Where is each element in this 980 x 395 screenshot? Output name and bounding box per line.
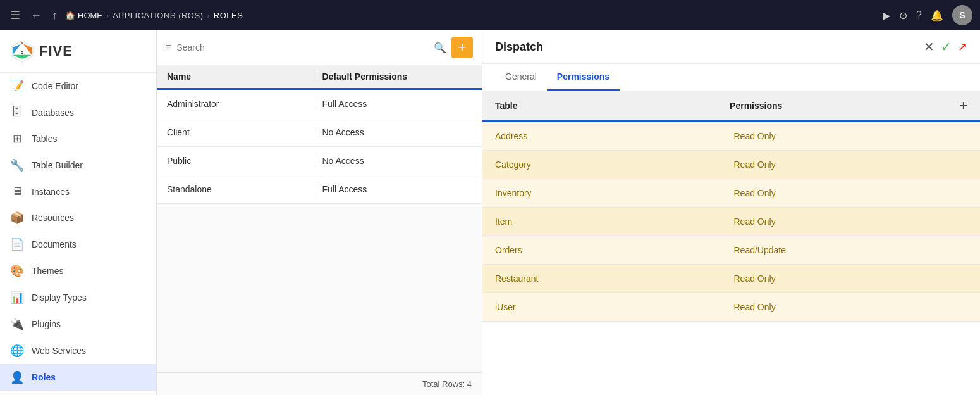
- perm-col-perm-header: Permissions: [725, 101, 959, 111]
- list-col-permissions: Default Permissions: [317, 72, 472, 82]
- sidebar-item-icon-resources: 📦: [10, 211, 24, 225]
- list-col-name: Name: [167, 72, 317, 82]
- detail-title: Dispatch: [495, 41, 543, 54]
- list-row[interactable]: Public No Access: [157, 147, 482, 175]
- perm-table-name: iUser: [495, 302, 729, 312]
- sidebar-item-instances[interactable]: 🖥 Instances: [0, 179, 156, 204]
- main-content: ≡ 🔍 + Name Default Permissions Administr…: [157, 30, 980, 395]
- row-name: Administrator: [167, 99, 317, 109]
- perm-col-table-header: Table: [495, 101, 725, 111]
- breadcrumb-chevron-1: ›: [106, 11, 109, 20]
- sidebar-item-icon-display-types: 📊: [10, 291, 24, 304]
- sidebar-item-label-plugins: Plugins: [32, 319, 61, 329]
- detail-panel: Dispatch ✕ ✓ ↗ General Permissions Table…: [482, 30, 980, 395]
- sidebar-item-databases[interactable]: 🗄 Databases: [0, 99, 156, 125]
- perm-row[interactable]: Orders Read/Update: [482, 236, 980, 265]
- perm-permission-value: Read Only: [729, 302, 968, 312]
- perm-row[interactable]: Item Read Only: [482, 208, 980, 236]
- perm-row[interactable]: Category Read Only: [482, 151, 980, 179]
- sidebar-item-label-resources: Resources: [32, 213, 74, 223]
- row-default-permissions: No Access: [317, 156, 472, 166]
- sidebar-item-icon-code-editor: 📝: [10, 79, 24, 93]
- arrow-icon: ↗: [958, 40, 967, 54]
- sidebar-item-icon-databases: 🗄: [10, 106, 24, 119]
- help-icon[interactable]: ?: [916, 9, 922, 21]
- perm-row[interactable]: Address Read Only: [482, 122, 980, 151]
- breadcrumb-applications[interactable]: APPLICATIONS (ROS): [113, 11, 203, 20]
- save-button[interactable]: ✓: [941, 39, 952, 54]
- perm-row[interactable]: Restaurant Read Only: [482, 265, 980, 293]
- list-panel: ≡ 🔍 + Name Default Permissions Administr…: [157, 30, 482, 395]
- perm-table-name: Orders: [495, 245, 729, 255]
- search-input[interactable]: [176, 42, 429, 53]
- tab-general[interactable]: General: [495, 64, 547, 91]
- sidebar-item-themes[interactable]: 🎨 Themes: [0, 258, 156, 284]
- perm-row[interactable]: Inventory Read Only: [482, 179, 980, 208]
- svg-marker-3: [13, 55, 32, 59]
- up-icon[interactable]: ↑: [49, 6, 60, 25]
- perm-table-name: Restaurant: [495, 273, 729, 284]
- tab-permissions[interactable]: Permissions: [547, 64, 620, 91]
- svg-marker-1: [21, 42, 23, 44]
- sidebar-item-label-databases: Databases: [32, 108, 74, 118]
- sidebar-item-icon-table-builder: 🔧: [10, 158, 24, 172]
- back-icon[interactable]: ←: [28, 6, 44, 25]
- topbar: ☰ ← ↑ 🏠 HOME › APPLICATIONS (ROS) › ROLE…: [0, 0, 980, 30]
- menu-icon[interactable]: ☰: [8, 6, 23, 25]
- sidebar-item-resources[interactable]: 📦 Resources: [0, 204, 156, 231]
- layout: 5 FIVE 📝 Code Editor 🗄 Databases ⊞ Table…: [0, 30, 980, 395]
- permissions-panel: Table Permissions + Address Read Only Ca…: [482, 91, 980, 395]
- perm-row[interactable]: iUser Read Only: [482, 293, 980, 322]
- sidebar-item-code-editor[interactable]: 📝 Code Editor: [0, 73, 156, 99]
- add-button[interactable]: +: [451, 37, 473, 58]
- sidebar-item-table-builder[interactable]: 🔧 Table Builder: [0, 152, 156, 179]
- detail-tabs: General Permissions: [482, 64, 980, 91]
- perm-permission-value: Read Only: [729, 216, 968, 227]
- search-icon[interactable]: 🔍: [434, 42, 446, 54]
- sidebar-item-icon-tables: ⊞: [10, 132, 24, 146]
- perm-rows-container: Address Read Only Category Read Only Inv…: [482, 122, 980, 322]
- sidebar-item-tools[interactable]: 🛠 Tools: [0, 391, 156, 395]
- list-table-header: Name Default Permissions: [157, 65, 482, 90]
- breadcrumb-roles[interactable]: ROLES: [214, 11, 243, 20]
- breadcrumb-chevron-2: ›: [207, 11, 209, 20]
- list-row[interactable]: Standalone Full Access: [157, 175, 482, 204]
- filter-icon[interactable]: ≡: [166, 42, 171, 53]
- list-search-header: ≡ 🔍 +: [157, 30, 482, 65]
- sidebar-item-label-documents: Documents: [32, 239, 77, 249]
- sidebar-item-roles[interactable]: 👤 Roles: [0, 364, 156, 391]
- perm-permission-value: Read Only: [729, 160, 968, 170]
- list-footer: Total Rows: 4: [157, 372, 482, 395]
- perm-permission-value: Read Only: [729, 273, 968, 284]
- row-default-permissions: Full Access: [317, 184, 472, 194]
- topbar-search-icon[interactable]: ⊙: [899, 9, 907, 22]
- sidebar-logo: 5 FIVE: [0, 30, 156, 73]
- sidebar-item-plugins[interactable]: 🔌 Plugins: [0, 311, 156, 337]
- home-icon: 🏠: [65, 11, 75, 20]
- perm-table-name: Item: [495, 216, 729, 227]
- sidebar-item-display-types[interactable]: 📊 Display Types: [0, 284, 156, 311]
- sidebar-item-label-roles: Roles: [32, 372, 56, 382]
- home-nav[interactable]: 🏠 HOME: [65, 11, 102, 20]
- perm-permission-value: Read Only: [729, 131, 968, 141]
- sidebar-item-tables[interactable]: ⊞ Tables: [0, 125, 156, 152]
- close-button[interactable]: ✕: [924, 39, 934, 54]
- sidebar-item-label-code-editor: Code Editor: [32, 81, 78, 91]
- list-rows-container: Administrator Full Access Client No Acce…: [157, 90, 482, 204]
- list-row[interactable]: Administrator Full Access: [157, 90, 482, 118]
- home-label[interactable]: HOME: [78, 11, 102, 20]
- bell-icon[interactable]: 🔔: [931, 9, 943, 22]
- play-icon[interactable]: ▶: [883, 9, 890, 22]
- perm-add-button[interactable]: +: [959, 97, 967, 114]
- avatar[interactable]: S: [952, 5, 972, 25]
- sidebar-item-documents[interactable]: 📄 Documents: [0, 231, 156, 258]
- sidebar-item-icon-plugins: 🔌: [10, 317, 24, 331]
- sidebar-item-label-web-services: Web Services: [32, 346, 86, 356]
- breadcrumb: 🏠 HOME › APPLICATIONS (ROS) › ROLES: [65, 11, 878, 20]
- perm-permission-value: Read/Update: [729, 245, 968, 255]
- sidebar-item-icon-documents: 📄: [10, 237, 24, 251]
- sidebar-item-web-services[interactable]: 🌐 Web Services: [0, 337, 156, 364]
- list-row[interactable]: Client No Access: [157, 118, 482, 147]
- row-default-permissions: Full Access: [317, 99, 472, 109]
- sidebar-items-container: 📝 Code Editor 🗄 Databases ⊞ Tables 🔧 Tab…: [0, 73, 156, 395]
